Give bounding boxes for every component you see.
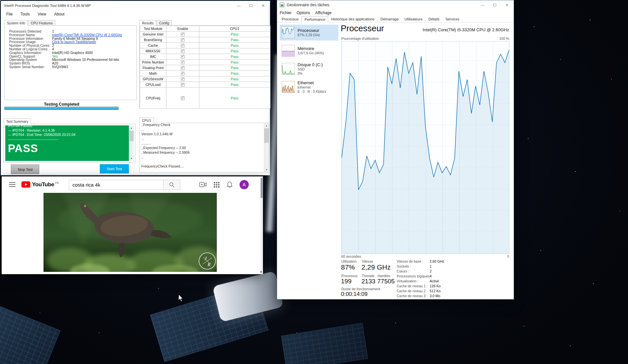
performance-heading: Processeur xyxy=(341,23,384,34)
start-test-button[interactable]: Start Test xyxy=(100,164,129,173)
youtube-logo[interactable]: YouTube FR xyxy=(21,181,59,188)
detail-label: Cache de niveau 3 : xyxy=(397,294,427,298)
enable-checkbox[interactable] xyxy=(181,61,185,64)
log-line: ..Frequency Check xyxy=(141,122,263,127)
result-cell: Pass xyxy=(199,76,270,82)
sidebar-item-disque-0-c[interactable]: Disque 0 (C:)SSD3% xyxy=(280,61,338,77)
system-info-value: Microsoft Windows 10 Professionnel 64 bi… xyxy=(52,58,119,62)
enable-checkbox[interactable] xyxy=(181,49,185,53)
tab-processus[interactable]: Processus xyxy=(279,16,301,22)
sparkline-ethernet xyxy=(282,81,295,92)
tab-d-marrage[interactable]: Démarrage xyxy=(378,16,402,22)
scroll-down-icon[interactable]: ▼ xyxy=(264,167,269,172)
scroll-thumb[interactable] xyxy=(261,178,263,198)
tab-services[interactable]: Services xyxy=(442,16,462,22)
menu-options[interactable]: Options xyxy=(297,11,310,15)
account-avatar[interactable]: A xyxy=(240,180,249,189)
notifications-bell-icon[interactable] xyxy=(226,181,233,188)
tab-performance[interactable]: Performance xyxy=(301,16,328,22)
sidebar-item-m-moire[interactable]: Mémoire3,6/7,9 Go (46%) xyxy=(280,43,338,59)
enable-checkbox[interactable] xyxy=(181,55,185,59)
tab-cpu1[interactable]: CPU1 xyxy=(139,117,154,123)
enable-cell xyxy=(166,32,199,37)
enable-checkbox[interactable] xyxy=(181,44,185,47)
satellite-solar-panel xyxy=(0,302,60,364)
test-module-cell: Cache xyxy=(140,43,166,48)
detail-value: 1 xyxy=(430,264,432,268)
tab-test-summary[interactable]: Test Summary xyxy=(4,118,31,124)
system-info-value[interactable]: Click to launch TaskManager xyxy=(52,40,96,44)
close-button[interactable]: ✕ xyxy=(257,1,269,10)
enable-checkbox[interactable] xyxy=(181,72,185,75)
minimize-button[interactable]: — xyxy=(476,0,489,10)
create-video-icon[interactable] xyxy=(199,181,207,188)
detail-value: 2,60 GHz xyxy=(430,259,444,263)
hamburger-menu-icon[interactable] xyxy=(9,182,15,187)
enable-checkbox[interactable] xyxy=(181,38,185,42)
enable-checkbox[interactable] xyxy=(181,83,185,87)
intel-title-bar[interactable]: Intel® Processor Diagnostic Tool 64Bit 4… xyxy=(1,1,270,10)
enable-checkbox[interactable] xyxy=(181,66,185,70)
test-module-cell: BrandString xyxy=(140,37,166,43)
search-input[interactable] xyxy=(69,180,163,190)
tab-d-tails[interactable]: Détails xyxy=(425,16,442,22)
result-cell: Pass xyxy=(199,82,270,88)
tab-historique-des-applications[interactable]: Historique des applications xyxy=(328,16,377,22)
scroll-down-chevron-icon[interactable]: ▾ xyxy=(260,270,262,274)
tab-cpu-features[interactable]: CPU Features xyxy=(28,20,55,26)
scroll-up-icon[interactable]: ▲ xyxy=(264,123,269,128)
scroll-thumb[interactable] xyxy=(129,131,134,141)
sparkline-cpu xyxy=(282,27,295,38)
result-cell: Pass xyxy=(199,88,270,109)
close-button[interactable]: ✕ xyxy=(501,0,513,10)
maximize-button[interactable] xyxy=(245,1,257,10)
results-panel: Test ModuleEnableCPU1 Genuine IntelPassB… xyxy=(139,25,271,109)
cpu1-scrollbar[interactable]: ▲ ▼ xyxy=(264,123,269,172)
result-cell: Pass xyxy=(199,32,270,37)
enable-cell xyxy=(166,54,199,60)
threads-value: 2133 xyxy=(361,278,375,285)
sidebar-item-ethernet[interactable]: EthernetEthernetE : 0 R : 0 Kbits/s xyxy=(280,79,338,95)
task-manager-title-bar[interactable]: Gestionnaire des tâches — ✕ xyxy=(277,0,514,10)
scroll-down-icon[interactable]: ▼ xyxy=(129,156,134,161)
log-line xyxy=(141,159,263,164)
test-summary-tabs: Test Summary xyxy=(4,118,135,124)
enable-checkbox[interactable] xyxy=(181,96,185,100)
tab-system-info[interactable]: System Info xyxy=(4,20,28,26)
tab-config[interactable]: Config xyxy=(157,20,172,26)
search-button[interactable] xyxy=(163,180,180,190)
intel-window-title: Intel® Processor Diagnostic Tool 64Bit 4… xyxy=(4,4,91,8)
window-controls: — ✕ xyxy=(476,0,513,10)
menu-tools[interactable]: Tools xyxy=(20,12,30,16)
scroll-up-icon[interactable]: ▲ xyxy=(129,125,134,130)
stop-test-button[interactable]: Stop Test xyxy=(11,165,39,174)
sidebar-item-name: Disque 0 (C:) xyxy=(298,62,323,67)
detail-row: Cœurs :2 xyxy=(397,269,510,274)
svg-text:J: J xyxy=(205,256,207,261)
detail-value: 3,0 Mo xyxy=(430,294,440,298)
maximize-button[interactable] xyxy=(489,0,501,10)
system-info-value[interactable]: Intel(R) Core(TM) i5-3320M CPU @ 2.60GHz xyxy=(52,33,122,37)
menu-view[interactable]: View xyxy=(38,12,46,16)
tab-results[interactable]: Results xyxy=(139,20,156,26)
enable-checkbox[interactable] xyxy=(181,77,185,81)
task-manager-title: Gestionnaire des tâches xyxy=(287,3,329,7)
enable-checkbox[interactable] xyxy=(181,33,185,36)
menu-file[interactable]: File xyxy=(6,12,13,16)
results-row-math: MathPass xyxy=(140,71,270,76)
menu-affichage[interactable]: Affichage xyxy=(315,11,331,15)
tab-utilisateurs[interactable]: Utilisateurs xyxy=(402,16,425,22)
sidebar-item-text: EthernetEthernetE : 0 R : 0 Kbits/s xyxy=(298,80,326,94)
minimize-button[interactable]: — xyxy=(233,1,245,10)
summary-scrollbar[interactable]: ▲ ▼ xyxy=(129,125,134,161)
youtube-scrollbar[interactable] xyxy=(260,176,263,274)
apps-grid-icon[interactable] xyxy=(213,181,220,188)
video-player[interactable]: J K xyxy=(43,193,217,272)
menu-fichier[interactable]: Fichier xyxy=(280,11,292,15)
satellite-solar-panel xyxy=(281,323,368,364)
test-summary-lines: IPDT64 Passed--- IPDT64 - Revision: 4.1.… xyxy=(5,125,134,142)
graph-title-label: Pourcentage d'utilisation xyxy=(341,37,379,40)
sidebar-item-processeur[interactable]: Processeur87% 2,29 GHz xyxy=(280,25,338,40)
scroll-thumb[interactable] xyxy=(264,128,269,143)
menu-about[interactable]: About xyxy=(54,12,64,16)
